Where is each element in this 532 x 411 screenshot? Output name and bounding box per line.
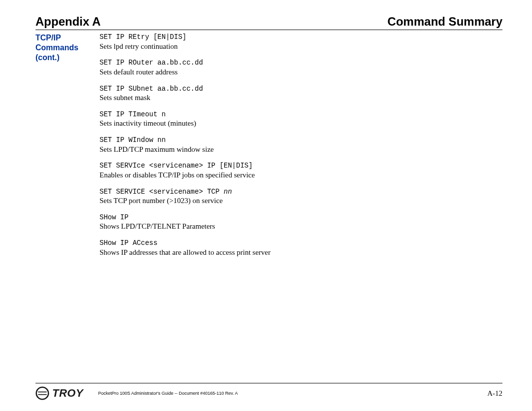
command-syntax: SET IP REtry [EN|DIS] [100,33,502,42]
troy-logo-text: TROY [52,387,83,400]
page-header: Appendix A Command Summary [35,15,502,30]
command-list: SET IP REtry [EN|DIS] Sets lpd retry con… [100,33,502,265]
command-entry: SET IP WIndow nn Sets LPD/TCP maximum wi… [100,136,502,154]
appendix-title: Appendix A [35,15,100,29]
sidebar-heading: TCP/IP Commands (cont.) [35,33,100,265]
command-description: Shows LPD/TCP/TELNET Parameters [100,222,502,231]
sidebar-line: Commands [35,43,100,53]
page-footer: TROY PocketPro 100S Administrator's Guid… [35,383,502,400]
command-entry: SET IP SUbnet aa.bb.cc.dd Sets subnet ma… [100,85,502,103]
section-title: Command Summary [388,15,502,29]
footer-rule [35,383,502,383]
command-entry: SHow IP Shows LPD/TCP/TELNET Parameters [100,213,502,231]
command-entry: SET IP TImeout n Sets inactivity timeout… [100,110,502,128]
document-info: PocketPro 100S Administrator's Guide -- … [98,391,238,396]
command-description: Sets LPD/TCP maximum window size [100,145,502,154]
command-description: Sets default router address [100,68,502,77]
troy-logo-icon [35,386,49,400]
command-entry: SHow IP ACcess Shows IP addresses that a… [100,239,502,257]
command-syntax: SET IP SUbnet aa.bb.cc.dd [100,85,502,94]
command-syntax: SHow IP [100,213,502,222]
command-description: Enables or disables TCP/IP jobs on speci… [100,171,502,180]
command-entry: SET IP ROuter aa.bb.cc.dd Sets default r… [100,59,502,76]
command-syntax: SET IP TImeout n [100,110,502,119]
command-syntax: SET SERVICE <servicename> TCP nn [100,188,502,197]
command-syntax: SET IP ROuter aa.bb.cc.dd [100,59,502,68]
command-entry: SET SERVICE <servicename> TCP nn Sets TC… [100,188,502,206]
sidebar-line: (cont.) [35,53,100,63]
sidebar-line: TCP/IP [35,33,100,43]
command-description: Sets lpd retry continuation [100,42,502,51]
command-description: Shows IP addresses that are allowed to a… [100,248,502,257]
command-syntax: SET SERVIce <servicename> IP [EN|DIS] [100,162,502,171]
command-entry: SET IP REtry [EN|DIS] Sets lpd retry con… [100,33,502,51]
command-syntax: SET IP WIndow nn [100,136,502,145]
command-description: Sets subnet mask [100,93,502,103]
command-description: Sets inactivity timeout (minutes) [100,119,502,128]
command-entry: SET SERVIce <servicename> IP [EN|DIS] En… [100,162,502,179]
command-syntax: SHow IP ACcess [100,239,502,248]
troy-logo: TROY [35,386,83,400]
command-description: Sets TCP port number (>1023) on service [100,196,502,206]
page-number: A-12 [487,389,502,398]
